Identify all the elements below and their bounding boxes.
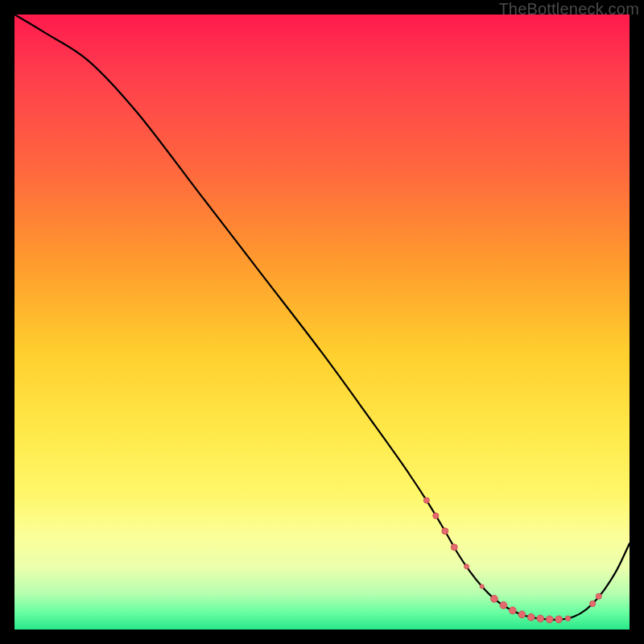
curve-marker — [480, 584, 484, 588]
curve-marker — [555, 616, 563, 623]
curve-marker — [491, 595, 498, 602]
curve-marker — [537, 615, 544, 622]
curve-marker — [565, 616, 570, 621]
curve-marker — [433, 513, 439, 518]
curve-marker — [464, 564, 469, 569]
curve-marker — [546, 616, 553, 623]
curve-marker — [596, 593, 601, 599]
curve-marker — [451, 544, 457, 551]
curve-marker — [509, 607, 516, 614]
curve-marker — [590, 601, 596, 606]
chart-svg — [14, 14, 630, 630]
curve-marker — [500, 601, 507, 609]
bottleneck-curve — [14, 14, 630, 620]
chart-plot-area — [14, 14, 630, 630]
curve-marker — [423, 497, 429, 503]
curve-marker — [442, 528, 448, 535]
watermark-label: TheBottleneck.com — [498, 0, 639, 19]
curve-markers — [423, 497, 601, 623]
curve-marker — [527, 613, 535, 621]
chart-frame: TheBottleneck.com — [0, 0, 644, 644]
curve-marker — [518, 611, 526, 618]
